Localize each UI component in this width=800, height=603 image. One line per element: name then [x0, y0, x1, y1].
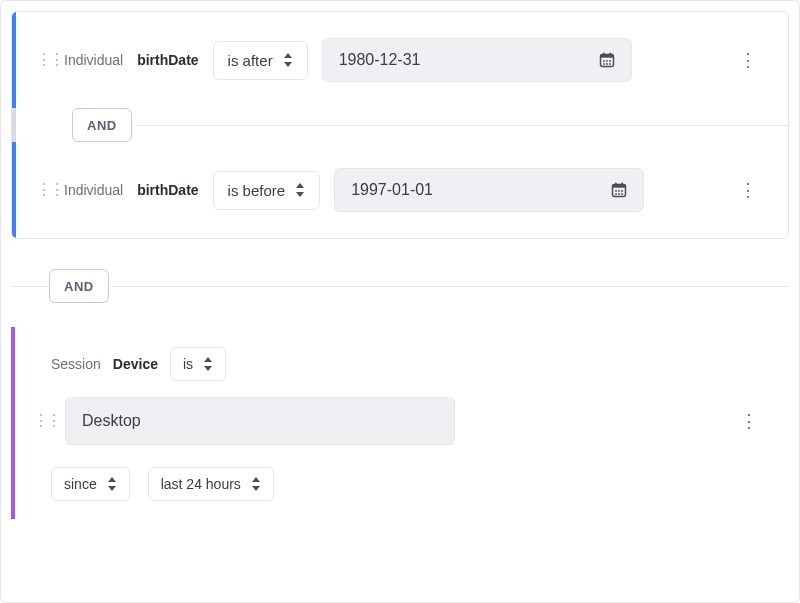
svg-rect-1 [600, 55, 613, 58]
sort-icon [283, 53, 293, 67]
filter-builder: Individual birthDate is after 1980-12-31 [0, 0, 800, 603]
and-chip-label: AND [64, 279, 94, 294]
row-menu-button[interactable] [736, 179, 760, 201]
and-chip[interactable]: AND [72, 108, 132, 142]
date-value: 1997-01-01 [351, 181, 433, 199]
group-accent-gap [12, 108, 16, 142]
sort-icon [107, 477, 117, 491]
row-menu-button[interactable] [736, 49, 760, 71]
svg-rect-13 [622, 183, 624, 186]
timeframe-mode-select[interactable]: since [51, 467, 130, 501]
condition-group-2: Session Device is Desktop since last 24 … [11, 327, 789, 519]
condition-row-1: Individual birthDate is after 1980-12-31 [12, 12, 788, 108]
svg-point-19 [621, 193, 623, 195]
operator-label: is [183, 356, 193, 372]
divider-line [111, 286, 789, 287]
row-menu-button[interactable] [737, 410, 761, 432]
timeframe-range-label: last 24 hours [161, 476, 241, 492]
session-value-row: Desktop [15, 391, 789, 451]
and-chip[interactable]: AND [49, 269, 109, 303]
svg-point-9 [609, 63, 611, 65]
divider-line [11, 286, 49, 287]
divider-line [136, 125, 788, 126]
svg-rect-11 [613, 185, 626, 188]
timeframe-range-select[interactable]: last 24 hours [148, 467, 274, 501]
operator-label: is after [228, 52, 273, 69]
svg-rect-3 [609, 53, 611, 56]
device-value-input[interactable]: Desktop [65, 397, 455, 445]
sort-icon [295, 183, 305, 197]
timeframe-mode-label: since [64, 476, 97, 492]
and-connector-inner: AND [12, 108, 788, 142]
svg-point-4 [603, 60, 605, 62]
date-input[interactable]: 1997-01-01 [334, 168, 644, 212]
svg-point-16 [621, 190, 623, 192]
operator-select[interactable]: is after [213, 41, 308, 80]
operator-select[interactable]: is before [213, 171, 321, 210]
and-chip-label: AND [87, 118, 117, 133]
scope-label: Session [51, 356, 101, 372]
device-value: Desktop [82, 412, 141, 429]
condition-row-2: Individual birthDate is before 1997-01-0… [12, 142, 788, 238]
date-input[interactable]: 1980-12-31 [322, 38, 632, 82]
svg-point-17 [615, 193, 617, 195]
and-connector-outer: AND [11, 263, 789, 309]
svg-point-15 [618, 190, 620, 192]
svg-point-18 [618, 193, 620, 195]
session-timeframe-row: since last 24 hours [15, 451, 789, 501]
condition-group-1: Individual birthDate is after 1980-12-31 [11, 11, 789, 239]
calendar-icon [611, 182, 627, 198]
svg-point-8 [606, 63, 608, 65]
svg-rect-2 [603, 53, 605, 56]
calendar-icon [599, 52, 615, 68]
drag-handle-icon[interactable] [33, 413, 47, 429]
drag-handle-icon[interactable] [36, 52, 50, 68]
svg-point-7 [603, 63, 605, 65]
scope-label: Individual [64, 52, 123, 68]
svg-rect-12 [615, 183, 617, 186]
drag-handle-icon[interactable] [36, 182, 50, 198]
svg-point-6 [609, 60, 611, 62]
date-value: 1980-12-31 [339, 51, 421, 69]
svg-point-5 [606, 60, 608, 62]
sort-icon [203, 357, 213, 371]
field-label: Device [113, 356, 158, 372]
session-header: Session Device is [15, 333, 789, 391]
field-label: birthDate [137, 182, 198, 198]
scope-label: Individual [64, 182, 123, 198]
sort-icon [251, 477, 261, 491]
field-label: birthDate [137, 52, 198, 68]
operator-select[interactable]: is [170, 347, 226, 381]
svg-point-14 [615, 190, 617, 192]
operator-label: is before [228, 182, 286, 199]
